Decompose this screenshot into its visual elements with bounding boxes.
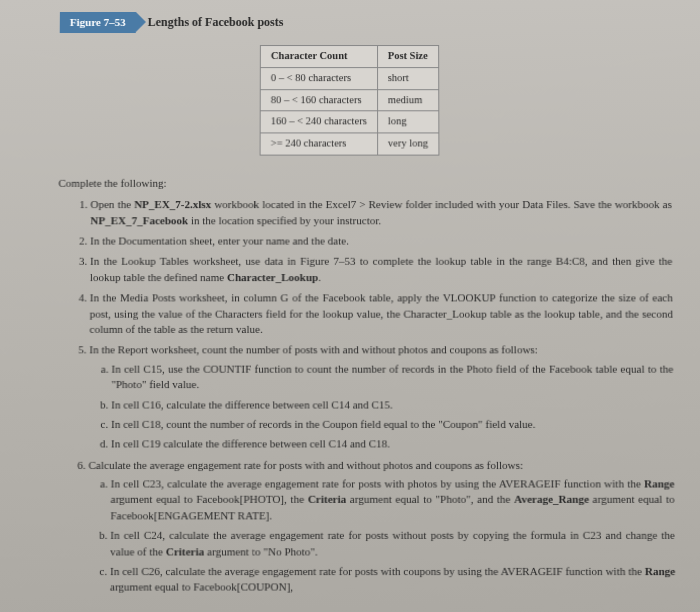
- text: In cell C26, calculate the average engag…: [110, 565, 645, 577]
- figure-tag: Figure 7–53: [60, 12, 136, 33]
- cell: long: [377, 111, 438, 133]
- sub-list: In cell C15, use the COUNTIF function to…: [89, 361, 675, 452]
- list-item: In cell C16, calculate the difference be…: [111, 397, 674, 413]
- list-item: In cell C23, calculate the average engag…: [110, 476, 674, 523]
- table-row: 160 – < 240 characters long: [260, 111, 438, 133]
- text: argument to "No Photo".: [204, 545, 318, 557]
- list-item: In cell C26, calculate the average engag…: [110, 564, 676, 596]
- text: argument equal to Facebook[COUPON],: [110, 581, 293, 593]
- text: in the location specified by your instru…: [188, 214, 381, 226]
- list-item: In cell C15, use the COUNTIF function to…: [111, 361, 673, 392]
- cell: very long: [377, 133, 438, 155]
- cell: 80 – < 160 characters: [260, 89, 377, 111]
- cell: 160 – < 240 characters: [260, 111, 377, 133]
- instruction-list: Open the NP_EX_7-2.xlsx workbook located…: [55, 197, 676, 595]
- argument: Average_Range: [514, 493, 589, 505]
- filename: NP_EX_7_Facebook: [90, 214, 188, 226]
- figure-header: Figure 7–53 Lengths of Facebook posts: [60, 12, 671, 33]
- text: Open the: [90, 198, 134, 210]
- argument: Range: [644, 477, 674, 489]
- cell: medium: [377, 89, 438, 111]
- table-row: 0 – < 80 characters short: [260, 68, 438, 90]
- text: argument equal to Facebook[PHOTO], the: [111, 493, 308, 505]
- list-item: In the Media Posts worksheet, in column …: [89, 290, 673, 337]
- text: In cell C23, calculate the average engag…: [111, 477, 645, 489]
- list-item: In the Lookup Tables worksheet, use data…: [90, 254, 673, 285]
- cell: >= 240 characters: [260, 133, 377, 155]
- text: In the Report worksheet, count the numbe…: [89, 344, 538, 356]
- table-row: >= 240 characters very long: [260, 133, 438, 155]
- cell: short: [377, 68, 438, 90]
- list-item: Calculate the average engagement rate fo…: [88, 457, 676, 595]
- table-row: 80 – < 160 characters medium: [260, 89, 438, 111]
- lookup-table: Character Count Post Size 0 – < 80 chara…: [260, 45, 439, 155]
- text: workbook located in the Excel7 > Review …: [211, 198, 672, 210]
- sub-list: In cell C23, calculate the average engag…: [88, 476, 676, 595]
- text: argument equal to "Photo", and the: [346, 493, 514, 505]
- col-header: Character Count: [260, 46, 377, 68]
- defined-name: Character_Lookup: [227, 271, 318, 283]
- cell: 0 – < 80 characters: [260, 68, 377, 90]
- table-header-row: Character Count Post Size: [260, 46, 438, 68]
- argument: Criteria: [308, 493, 346, 505]
- list-item: Open the NP_EX_7-2.xlsx workbook located…: [90, 197, 672, 228]
- argument: Criteria: [166, 545, 205, 557]
- text: Calculate the average engagement rate fo…: [88, 458, 523, 470]
- text: In the Lookup Tables worksheet, use data…: [90, 255, 673, 283]
- col-header: Post Size: [377, 46, 438, 68]
- document-page: Figure 7–53 Lengths of Facebook posts Ch…: [0, 0, 700, 612]
- figure-title: Lengths of Facebook posts: [148, 14, 284, 31]
- list-item: In cell C18, count the number of records…: [111, 417, 674, 433]
- filename: NP_EX_7-2.xlsx: [134, 198, 211, 210]
- text: .: [318, 271, 321, 283]
- section-heading: Complete the following:: [58, 176, 671, 192]
- list-item: In cell C19 calculate the difference bet…: [111, 437, 674, 453]
- list-item: In cell C24, calculate the average engag…: [110, 528, 675, 560]
- list-item: In the Report worksheet, count the numbe…: [89, 343, 675, 453]
- list-item: In the Documentation sheet, enter your n…: [90, 233, 672, 249]
- argument: Range: [645, 565, 676, 577]
